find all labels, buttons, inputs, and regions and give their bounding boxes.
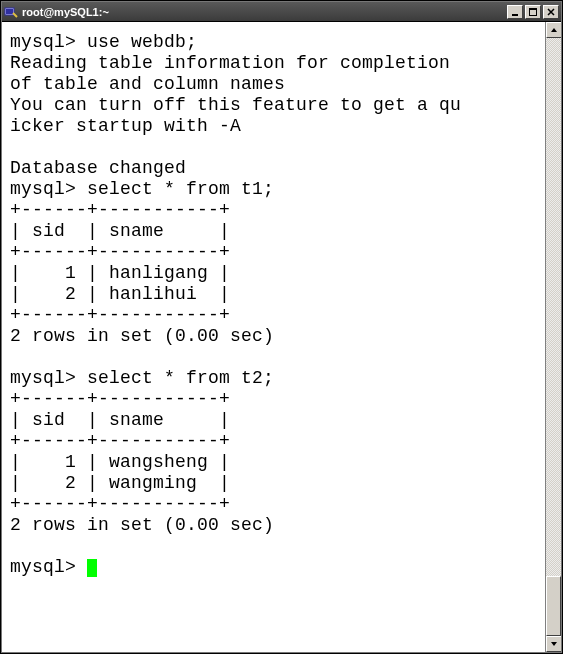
prompt: mysql> xyxy=(10,368,87,388)
table-border: +------+-----------+ xyxy=(10,242,230,262)
svg-rect-1 xyxy=(6,9,13,14)
terminal-output[interactable]: mysql> use webdb; Reading table informat… xyxy=(2,22,545,652)
table-header: | sid | sname | xyxy=(10,221,230,241)
output-line: 2 rows in set (0.00 sec) xyxy=(10,326,274,346)
output-line: You can turn off this feature to get a q… xyxy=(10,95,461,115)
cursor xyxy=(87,559,97,577)
scrollbar-track[interactable] xyxy=(546,38,561,636)
table-border: +------+-----------+ xyxy=(10,200,230,220)
output-line: Database changed xyxy=(10,158,186,178)
table-border: +------+-----------+ xyxy=(10,494,230,514)
output-line: 2 rows in set (0.00 sec) xyxy=(10,515,274,535)
command: select * from t2; xyxy=(87,368,274,388)
titlebar[interactable]: root@mySQL1:~ xyxy=(2,2,561,22)
table-header: | sid | sname | xyxy=(10,410,230,430)
command: select * from t1; xyxy=(87,179,274,199)
table-row: | 2 | hanlihui | xyxy=(10,284,230,304)
table-border: +------+-----------+ xyxy=(10,305,230,325)
svg-rect-4 xyxy=(529,8,537,10)
table-border: +------+-----------+ xyxy=(10,389,230,409)
output-line: of table and column names xyxy=(10,74,285,94)
maximize-button[interactable] xyxy=(525,5,541,19)
scroll-down-button[interactable] xyxy=(546,636,561,652)
window-controls xyxy=(507,5,559,19)
prompt: mysql> xyxy=(10,179,87,199)
vertical-scrollbar[interactable] xyxy=(545,22,561,652)
prompt: mysql> xyxy=(10,557,87,577)
table-row: | 1 | wangsheng | xyxy=(10,452,230,472)
terminal-body: mysql> use webdb; Reading table informat… xyxy=(2,22,561,652)
table-border: +------+-----------+ xyxy=(10,431,230,451)
window-title: root@mySQL1:~ xyxy=(22,6,507,18)
output-line: Reading table information for completion xyxy=(10,53,450,73)
output-line: icker startup with -A xyxy=(10,116,241,136)
prompt: mysql> xyxy=(10,32,87,52)
table-row: | 1 | hanligang | xyxy=(10,263,230,283)
scrollbar-thumb[interactable] xyxy=(546,576,561,636)
scroll-up-button[interactable] xyxy=(546,22,561,38)
svg-rect-2 xyxy=(512,14,518,16)
table-row: | 2 | wangming | xyxy=(10,473,230,493)
putty-icon xyxy=(4,5,18,19)
command: use webdb; xyxy=(87,32,197,52)
close-button[interactable] xyxy=(543,5,559,19)
terminal-window: root@mySQL1:~ mysql> use webdb; Reading … xyxy=(1,1,562,653)
minimize-button[interactable] xyxy=(507,5,523,19)
